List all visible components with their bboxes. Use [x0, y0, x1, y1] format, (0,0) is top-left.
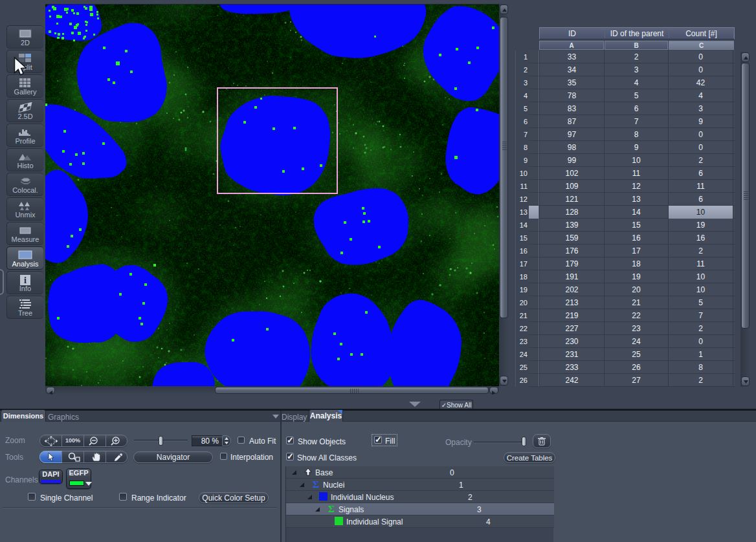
svg-text:Σ: Σ [328, 504, 335, 514]
svg-text:i: i [24, 276, 27, 285]
svg-text:Σ: Σ [313, 480, 319, 489]
